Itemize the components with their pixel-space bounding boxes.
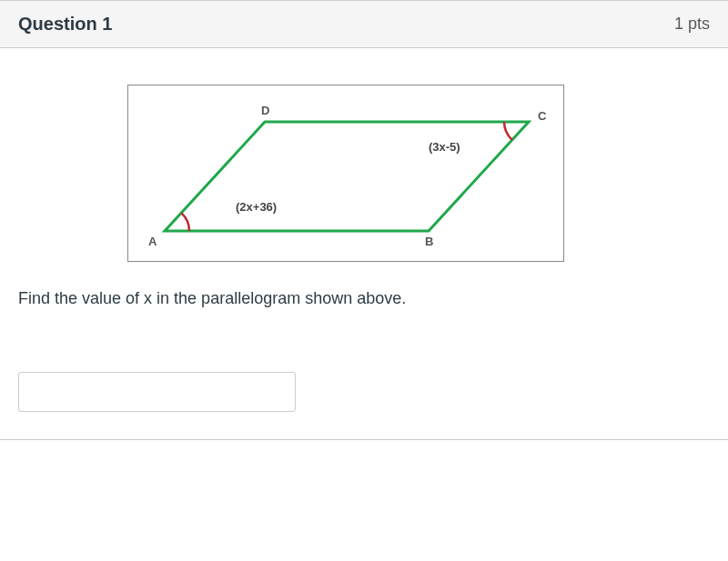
question-header: Question 1 1 pts <box>0 1 728 48</box>
angle-arc-A <box>181 213 189 231</box>
parallelogram-figure: A B C D (2x+36) (3x-5) <box>127 85 564 262</box>
parallelogram-shape <box>165 122 529 231</box>
angle-arc-C <box>504 122 512 140</box>
angle-label-C: (3x-5) <box>429 140 460 154</box>
question-prompt: Find the value of x in the parallelogram… <box>18 289 710 308</box>
vertex-label-A: A <box>148 235 157 248</box>
question-body: A B C D (2x+36) (3x-5) Find the value of… <box>0 48 728 439</box>
question-title: Question 1 <box>18 14 112 35</box>
question-container: Question 1 1 pts A B C D (2x+ <box>0 0 728 440</box>
vertex-label-D: D <box>261 104 269 117</box>
question-points: 1 pts <box>674 15 710 34</box>
figure-wrap: A B C D (2x+36) (3x-5) <box>127 85 710 262</box>
angle-label-A: (2x+36) <box>236 200 277 214</box>
vertex-label-B: B <box>425 235 433 248</box>
answer-input[interactable] <box>18 372 296 412</box>
vertex-label-C: C <box>538 109 547 123</box>
